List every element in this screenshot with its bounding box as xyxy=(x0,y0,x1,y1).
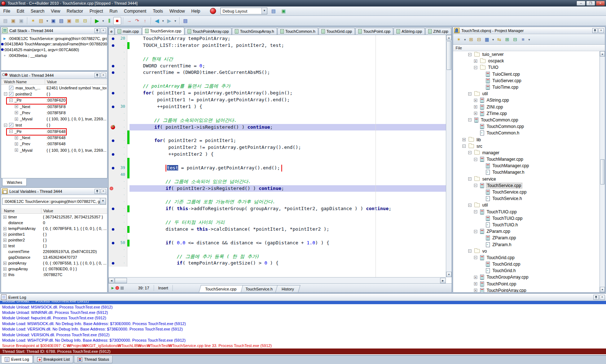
tree-vertical-scrollbar[interactable]: ▲ ▼ xyxy=(600,51,605,292)
menu-edit[interactable]: Edit xyxy=(13,7,27,15)
add-file-icon[interactable]: ⊞ xyxy=(467,36,475,44)
tree-expander-icon[interactable]: − xyxy=(474,210,477,213)
code-line[interactable]: · currentTime = (DWORD)timer.GetCurrentA… xyxy=(109,69,446,76)
code-text[interactable]: // 그룹에 추가 등록 ( 한 점 추가) xyxy=(129,253,446,260)
code-text[interactable]: if( pointIter1->isRegistered() ) continu… xyxy=(129,124,446,131)
code-line[interactable]: · xyxy=(109,110,446,117)
tree-item[interactable]: −util xyxy=(453,90,600,97)
tree-item[interactable]: −TouchGrid.cpp xyxy=(453,254,600,261)
log-entry[interactable]: Module Load: VERSION.dll. No Debug Info.… xyxy=(0,327,606,332)
menu-project[interactable]: Project xyxy=(86,7,106,15)
pause-icon[interactable]: ‖ xyxy=(105,17,113,25)
log-entry[interactable]: Source Breakpoint at $0040E097: C:₩Proje… xyxy=(0,343,606,349)
open-dropdown-icon[interactable]: ▾ xyxy=(45,17,49,25)
tree-expander-icon[interactable]: + xyxy=(474,289,477,292)
local-variable-row[interactable]: +timer{ 367342125357, 367342125357 } xyxy=(1,214,107,220)
tree-item[interactable]: +AString.cpp xyxy=(453,97,600,103)
tree-item[interactable]: TouchCommon.h xyxy=(453,130,600,136)
watch-checkbox[interactable]: ✓ xyxy=(9,92,13,96)
code-line[interactable]: 50 if( 0.0 <= distance && distance <= (g… xyxy=(109,240,446,247)
code-line[interactable]: · pointIter1 != pointArray.getPointArray… xyxy=(109,97,446,103)
call-stack-frame[interactable]: ▶:0040E12C TouchService::grouping(this=:… xyxy=(1,36,107,41)
tree-item[interactable]: −service xyxy=(453,176,600,182)
editor-vertical-scrollbar[interactable]: ▲ ▼ xyxy=(446,35,452,277)
menu-refactor[interactable]: Refactor xyxy=(63,7,86,15)
code-line[interactable]: · DWORD currentTime = 0; xyxy=(109,63,446,70)
menu-component[interactable]: Component xyxy=(121,7,150,15)
tree-expander-icon[interactable]: + xyxy=(15,142,18,146)
tree-item[interactable]: TouchTUIO.h xyxy=(453,222,600,228)
code-line[interactable]: 20 TouchPointArray tempPointArray; xyxy=(109,35,446,42)
run-dropdown-icon[interactable]: ▾ xyxy=(101,17,105,25)
code-line[interactable]: · xyxy=(109,130,446,137)
code-text[interactable]: if( tempPointArray.getSize() > 0 ) { xyxy=(129,260,446,267)
scrollbar-thumb[interactable] xyxy=(115,278,127,283)
tree-expander-icon[interactable]: − xyxy=(462,145,466,148)
close-icon[interactable]: × xyxy=(600,295,605,300)
sort-icon[interactable]: ≡ xyxy=(519,36,527,44)
tree-expander-icon[interactable]: − xyxy=(474,158,477,161)
local-variable-row[interactable]: +this:0078827C xyxy=(1,272,107,278)
call-stack-frame[interactable]: ●:00413BA9 TouchManager::analysisFrame(t… xyxy=(1,41,107,47)
local-variable-row[interactable]: gapDistance13.4536240470737 xyxy=(1,254,107,260)
cpp-orb-icon[interactable] xyxy=(210,8,216,14)
watch-row[interactable]: −_Ptr:0078F648 xyxy=(1,128,107,134)
watch-row[interactable]: −✓pointIter2{ } xyxy=(1,91,107,97)
tree-expander-icon[interactable]: − xyxy=(468,249,471,253)
tree-expander-icon[interactable]: + xyxy=(474,99,477,102)
code-text[interactable]: if( 0.0 <= distance && distance <= (gapD… xyxy=(129,240,446,247)
editor-horizontal-scrollbar[interactable]: ◀ ▶ xyxy=(109,277,446,283)
tree-expander-icon[interactable]: + xyxy=(462,138,466,141)
watch-value-column[interactable]: Value xyxy=(45,80,57,84)
minimize-button[interactable]: – xyxy=(576,1,585,6)
editor-tab-main.cpp[interactable]: main.cpp xyxy=(115,28,142,35)
tree-expander-icon[interactable]: + xyxy=(3,267,6,271)
view-dropdown-icon[interactable]: ▾ xyxy=(491,36,495,44)
tree-expander-icon[interactable]: − xyxy=(4,124,7,127)
local-variable-row[interactable]: currentTime2269905197UL (0x874C012D) xyxy=(1,249,107,254)
forward-icon[interactable]: ▶ xyxy=(165,17,173,25)
code-text[interactable] xyxy=(129,192,446,199)
code-line[interactable]: · ++pointIter2 ) { xyxy=(109,151,446,158)
tree-item[interactable]: TouchCommon.cpp xyxy=(453,123,600,130)
code-line[interactable]: · if( tempPointArray.getSize() > 0 ) { xyxy=(109,260,446,267)
editor-tab-touchpointarray.cpp[interactable]: TouchPointArray.cpp xyxy=(185,28,232,35)
save-all-icon[interactable]: ▤ xyxy=(57,17,65,25)
tree-item[interactable]: TouchGrid.cpp xyxy=(453,261,600,267)
view-tab-breakpoint-list[interactable]: Breakpoint List xyxy=(34,356,74,363)
editor-tab-e[interactable]: e xyxy=(109,28,114,35)
code-text[interactable]: pointIter1 != pointArray.getPointArray()… xyxy=(129,97,446,103)
tree-expander-icon[interactable]: + xyxy=(474,105,477,108)
watch-checkbox[interactable]: ✓ xyxy=(9,123,13,127)
tree-item[interactable]: −TouchService.cpp xyxy=(453,182,600,189)
new-item-icon[interactable]: ✶ xyxy=(29,17,37,25)
tree-expander-icon[interactable]: + xyxy=(474,282,477,285)
tree-expander-icon[interactable]: − xyxy=(474,66,477,69)
editor-tab-touchgrouparray.h[interactable]: TouchGroupArray.h xyxy=(232,28,277,35)
view-selector-icon[interactable]: ▦ xyxy=(483,36,491,44)
scrollbar-thumb[interactable] xyxy=(447,41,451,70)
save-icon[interactable]: ▣ xyxy=(49,17,57,25)
tree-item[interactable]: TuioClient.cpp xyxy=(453,71,600,77)
tree-item[interactable]: +lib xyxy=(453,136,600,143)
tree-expander-icon[interactable]: − xyxy=(4,92,7,96)
forward-dropdown-icon[interactable]: ▾ xyxy=(173,17,177,25)
remove-file-icon[interactable]: ⊟ xyxy=(475,36,483,44)
trace-into-icon[interactable]: → xyxy=(125,17,133,25)
local-variable-row[interactable]: +tempPointArray{ 0, { :0078F5F8, 1 }, { … xyxy=(1,226,107,231)
close-icon[interactable]: × xyxy=(101,189,106,194)
local-variable-row[interactable]: +groupArray{ { :00780ED0, 0 } } xyxy=(1,266,107,272)
watch-row[interactable]: −✓test{ } xyxy=(1,122,107,128)
close-icon[interactable]: × xyxy=(101,28,106,33)
scroll-down-icon[interactable]: ▼ xyxy=(600,287,605,292)
code-text[interactable] xyxy=(129,49,446,56)
code-text[interactable]: DWORD currentTime = 0; xyxy=(129,63,446,70)
code-line[interactable]: · // 두 터치점 사이의 거리 xyxy=(109,219,446,226)
close-icon[interactable]: × xyxy=(598,28,604,33)
log-entry[interactable]: Module Unload: VERSION.dll. Process Touc… xyxy=(0,332,606,337)
call-stack-frame[interactable]: ●:00414525 main(argc=1, argv=:007CA680) xyxy=(1,47,107,53)
menu-file[interactable]: File xyxy=(0,7,13,15)
tree-item[interactable]: +oscpack xyxy=(453,58,600,64)
tree-item[interactable]: TouchManager.h xyxy=(453,169,600,176)
tree-expander-icon[interactable]: + xyxy=(15,136,18,139)
